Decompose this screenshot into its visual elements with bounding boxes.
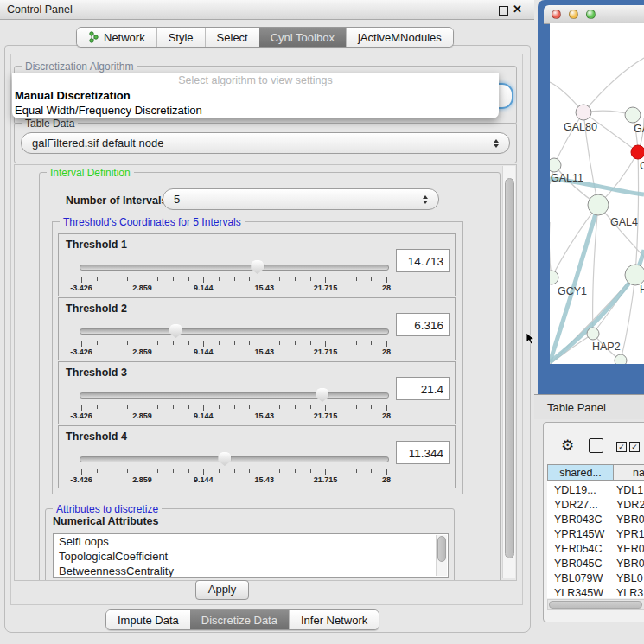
- numerical-attributes-label: Numerical Attributes: [53, 515, 158, 527]
- slider-tick: [371, 277, 372, 281]
- network-icon: [88, 31, 99, 43]
- threshold-value-field[interactable]: 6.316: [396, 313, 450, 336]
- table-row[interactable]: YPR145WYPR1: [547, 527, 644, 542]
- table-row[interactable]: YBR045CYBR0: [547, 557, 644, 571]
- attributes-list-scrollbar[interactable]: [436, 535, 447, 576]
- split-view-icon[interactable]: [589, 438, 603, 453]
- slider-track[interactable]: [80, 265, 389, 271]
- threshold-slider[interactable]: -3.4262.8599.14415.4321.71528: [80, 257, 387, 295]
- network-edge[interactable]: [635, 152, 639, 275]
- slider-tick: [356, 341, 357, 345]
- tab-label: Cyni Toolbox: [271, 31, 335, 44]
- table-row[interactable]: YDL19...YDL1: [547, 483, 644, 498]
- tick-label: 9.144: [181, 411, 226, 420]
- tab-discretize-data[interactable]: Discretize Data: [190, 610, 289, 629]
- mac-zoom-icon[interactable]: [586, 10, 596, 19]
- network-node[interactable]: [550, 158, 561, 172]
- slider-tick: [249, 405, 250, 409]
- table-data-combobox[interactable]: galFiltered.sif default node: [21, 132, 510, 154]
- close-icon[interactable]: ✕: [513, 3, 522, 16]
- checkbox-icon[interactable]: ✓: [616, 442, 627, 452]
- threshold-slider[interactable]: -3.4262.8599.14415.4321.71528: [80, 321, 387, 359]
- slider-thumb[interactable]: [316, 388, 328, 402]
- tab-cyni-toolbox[interactable]: Cyni Toolbox: [259, 28, 346, 47]
- slider-track[interactable]: [80, 456, 389, 462]
- cell-name: YBR0: [616, 557, 644, 571]
- tab-impute-data[interactable]: Impute Data: [106, 610, 190, 629]
- tab-network[interactable]: Network: [77, 28, 156, 47]
- numerical-attributes-list[interactable]: SelfLoopsTopologicalCoefficientBetweenne…: [53, 533, 449, 578]
- node-label: GCY1: [558, 285, 587, 297]
- threshold-value-field[interactable]: 14.713: [396, 249, 450, 272]
- column-header-name[interactable]: na: [613, 464, 644, 481]
- algorithm-option[interactable]: Manual Discretization: [12, 88, 499, 103]
- checkbox-icon[interactable]: ✓: [629, 442, 640, 452]
- apply-button[interactable]: Apply: [195, 580, 249, 600]
- algorithm-option[interactable]: Equal Width/Frequency Discretization: [12, 103, 499, 118]
- table-row[interactable]: YDR27...YDR2: [547, 498, 644, 513]
- threshold-slider[interactable]: -3.4262.8599.14415.4321.71528: [80, 449, 387, 487]
- slider-tick: [386, 469, 387, 475]
- table-horizontal-scrollbar[interactable]: [547, 599, 644, 610]
- mac-minimize-icon[interactable]: [569, 10, 578, 19]
- slider-thumb[interactable]: [169, 324, 182, 338]
- gear-icon[interactable]: ⚙: [561, 437, 574, 455]
- attribute-list-item[interactable]: BetweennessCentrality: [54, 564, 448, 578]
- table-row[interactable]: YBL079WYBL0: [547, 571, 644, 586]
- settings-scroll-pane: Interval Definition Number of Intervals …: [14, 164, 517, 581]
- column-header-shared[interactable]: shared...: [547, 464, 614, 481]
- tick-label: 28: [364, 475, 409, 484]
- algorithm-dropdown-popup: Select algorithm to view settings Manual…: [12, 73, 499, 118]
- network-node[interactable]: [625, 107, 641, 123]
- top-tab-strip: NetworkStyleSelectCyni ToolboxjActiveMNo…: [76, 27, 454, 48]
- tab-infer-network[interactable]: Infer Network: [289, 610, 379, 629]
- tab-style[interactable]: Style: [156, 28, 205, 47]
- number-of-intervals-combobox[interactable]: 5: [163, 188, 439, 210]
- mac-close-icon[interactable]: [552, 10, 561, 19]
- slider-thumb[interactable]: [251, 260, 264, 274]
- float-window-icon[interactable]: [499, 6, 508, 16]
- slider-track[interactable]: [80, 392, 389, 399]
- tick-label: 15.43: [242, 284, 287, 292]
- slider-track[interactable]: [80, 328, 389, 335]
- network-edge[interactable]: [583, 58, 644, 112]
- threshold-value-field[interactable]: 21.4: [396, 377, 450, 400]
- network-node[interactable]: [615, 354, 627, 364]
- slider-tick: [341, 277, 341, 281]
- table-row[interactable]: YER054CYER0: [547, 542, 644, 557]
- slider-tick: [81, 341, 82, 347]
- slider-thumb[interactable]: [218, 452, 231, 466]
- table-row[interactable]: YBR043CYBR0: [547, 513, 644, 527]
- network-edge[interactable]: [550, 222, 552, 277]
- settings-scrollbar[interactable]: [502, 166, 515, 578]
- tab-jactivemnodules[interactable]: jActiveMNodules: [346, 28, 453, 47]
- network-node[interactable]: [588, 194, 609, 215]
- network-node[interactable]: [550, 271, 558, 284]
- tick-label: -3.426: [59, 284, 104, 292]
- cell-name: YDL1: [616, 483, 643, 498]
- threshold-label: Threshold 4: [66, 430, 127, 443]
- threshold-slider[interactable]: -3.4262.8599.14415.4321.71528: [80, 385, 387, 423]
- mouse-cursor: [526, 332, 536, 346]
- slider-tick: [249, 469, 250, 473]
- slider-tick: [341, 469, 341, 473]
- network-node[interactable]: [576, 105, 591, 120]
- cell-name: YPR1: [616, 527, 644, 542]
- slider-tick: [143, 469, 143, 475]
- network-view-window[interactable]: GAL80GACGAL11GAL4GCY1HHAP2: [538, 0, 644, 394]
- cell-shared-name: YBR045C: [554, 557, 603, 571]
- network-node[interactable]: [587, 328, 599, 340]
- table-row[interactable]: YLR345WYLR3: [547, 586, 644, 598]
- network-edge[interactable]: [552, 205, 598, 277]
- attribute-list-item[interactable]: TopologicalCoefficient: [54, 549, 448, 564]
- slider-tick: [112, 405, 112, 409]
- attribute-list-item[interactable]: SelfLoops: [54, 534, 448, 549]
- network-node[interactable]: [631, 145, 644, 159]
- slider-tick: [157, 341, 158, 345]
- network-node[interactable]: [625, 265, 644, 285]
- tab-select[interactable]: Select: [205, 28, 259, 47]
- network-canvas[interactable]: GAL80GACGAL11GAL4GCY1HHAP2: [550, 23, 644, 364]
- threshold-value-field[interactable]: 11.344: [396, 441, 450, 464]
- slider-tick: [234, 469, 235, 473]
- threshold-label: Threshold 1: [66, 239, 127, 251]
